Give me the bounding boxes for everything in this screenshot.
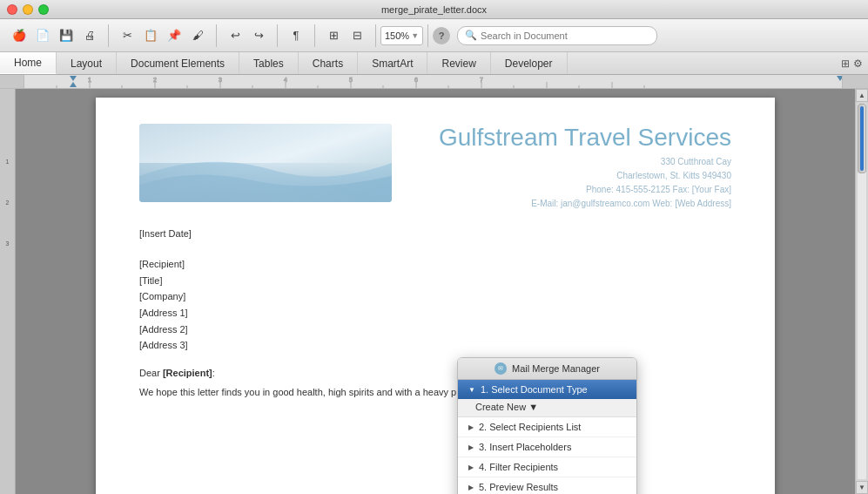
salutation-post: : (212, 368, 215, 378)
scrollbar-vertical: ▲ ▼ (855, 89, 868, 494)
svg-rect-26 (139, 124, 392, 202)
scroll-up-button[interactable]: ▲ (856, 89, 868, 102)
print-button[interactable]: 🖨 (78, 24, 101, 47)
page-indicator: 1 2 3 (0, 159, 15, 247)
toolbar-group-edit: ✂ 📋 📌 🖌 (113, 24, 212, 47)
merge-step5-label: 5. Preview Results (479, 482, 558, 492)
nav-tabs-extras: ⊞ ⚙ (836, 52, 868, 74)
toolbar-group-undo: ↩ ↪ (221, 24, 273, 47)
toolbar-group-file: 🍎 📄 💾 🖨 (5, 24, 104, 47)
page-mark-2: 2 (6, 200, 10, 206)
view-button[interactable]: ⊞ (322, 24, 345, 47)
document-area: Gulfstream Travel Services 330 Cutthroat… (16, 89, 855, 494)
salutation: Dear [Recipient]: (139, 368, 731, 378)
window-controls[interactable] (7, 4, 49, 15)
tab-charts[interactable]: Charts (299, 52, 358, 74)
recipient-block: [Recipient] [Title] [Company] [Address 1… (139, 256, 731, 354)
merge-step5[interactable]: 5. Preview Results (458, 477, 636, 494)
salutation-name: [Recipient] (163, 368, 212, 378)
company-name: Gulfstream Travel Services (439, 124, 731, 152)
tab-review[interactable]: Review (427, 52, 490, 74)
maximize-button[interactable] (38, 4, 49, 15)
search-input[interactable] (481, 30, 649, 41)
merge-step3[interactable]: 3. Insert Placeholders (458, 437, 636, 457)
toolbar-separator-4 (314, 24, 315, 47)
minimize-button[interactable] (23, 4, 33, 15)
merge-step2[interactable]: 2. Select Recipients List (458, 417, 636, 437)
settings-icon[interactable]: ⚙ (853, 58, 863, 70)
toolbar-separator-2 (216, 24, 217, 47)
recipient-address3: [Address 3] (139, 337, 731, 354)
ruler: 1 2 3 4 5 6 7 (0, 75, 868, 89)
svg-text:5: 5 (349, 77, 353, 83)
phone-fax: Phone: 415-555-2125 Fax: [Your Fax] (439, 183, 731, 197)
company-logo (139, 124, 392, 202)
merge-step1-label: 1. Select Document Type (481, 384, 588, 395)
help-button[interactable]: ? (433, 27, 450, 44)
merge-icon: ✉ (495, 362, 507, 375)
new-doc-button[interactable]: 📄 (31, 24, 54, 47)
toolbar-search-area: 🔍 (457, 26, 657, 45)
tab-smartart[interactable]: SmartArt (358, 52, 427, 74)
merge-step4[interactable]: 4. Filter Recipients (458, 457, 636, 477)
paste-button[interactable]: 📌 (163, 24, 185, 47)
recipient-title: [Title] (139, 273, 731, 289)
merge-step1[interactable]: 1. Select Document Type (458, 380, 636, 399)
svg-text:1: 1 (88, 77, 91, 83)
new-button[interactable]: 🍎 (8, 24, 30, 47)
nav-tabs: Home Layout Document Elements Tables Cha… (0, 52, 868, 75)
cut-button[interactable]: ✂ (116, 24, 138, 47)
page-mark-1: 1 (6, 159, 10, 165)
recipient-address1: [Address 1] (139, 305, 731, 321)
company-details: 330 Cutthroat Cay Charlestown, St. Kitts… (439, 155, 731, 211)
main-area: 1 2 3 (0, 89, 868, 494)
insert-date: [Insert Date] (139, 228, 731, 239)
scroll-track[interactable] (858, 104, 866, 479)
tab-document-elements[interactable]: Document Elements (117, 52, 239, 74)
tab-home[interactable]: Home (0, 52, 57, 74)
tab-developer[interactable]: Developer (491, 52, 568, 74)
letterhead: Gulfstream Travel Services 330 Cutthroat… (139, 124, 731, 211)
merge-step2-label: 2. Select Recipients List (479, 422, 581, 432)
format-button[interactable]: 🖌 (186, 24, 209, 47)
company-info: Gulfstream Travel Services 330 Cutthroat… (439, 124, 731, 211)
create-new-label: Create New ▼ (475, 402, 538, 412)
zoom-control[interactable]: 150% ▼ (380, 26, 423, 45)
undo-button[interactable]: ↩ (224, 24, 246, 47)
zoom-value: 150% (385, 30, 409, 41)
email-web: E-Mail: jan@gulfstreamco.com Web: [Web A… (439, 197, 731, 211)
document-body: [Insert Date] [Recipient] [Title] [Compa… (139, 228, 731, 400)
toolbar-group-view: ⊞ ⊟ (320, 24, 371, 47)
search-icon: 🔍 (465, 30, 477, 41)
redo-button[interactable]: ↪ (247, 24, 270, 47)
mail-merge-manager: ✉ Mail Merge Manager 1. Select Document … (457, 357, 637, 494)
save-button[interactable]: 💾 (55, 24, 77, 47)
scroll-down-button[interactable]: ▼ (856, 481, 868, 494)
scroll-thumb-inner (860, 106, 864, 171)
expand-icon[interactable]: ⊞ (841, 58, 850, 70)
merge-create-new[interactable]: Create New ▼ (458, 399, 636, 417)
recipient-company: [Company] (139, 288, 731, 305)
ruler-body: 1 2 3 4 5 6 7 (24, 75, 868, 88)
scroll-thumb[interactable] (858, 104, 866, 173)
ruler-left-margin (0, 75, 24, 88)
merge-title-bar: ✉ Mail Merge Manager (458, 358, 636, 380)
recipient-name: [Recipient] (139, 256, 731, 273)
copy-button[interactable]: 📋 (139, 24, 162, 47)
tab-tables[interactable]: Tables (239, 52, 299, 74)
toolbar-separator-1 (108, 24, 109, 47)
svg-text:6: 6 (414, 77, 418, 83)
recipient-address2: [Address 2] (139, 321, 731, 338)
page-mark-3: 3 (6, 240, 10, 247)
sidebar-button[interactable]: ⊟ (346, 24, 368, 47)
salutation-pre: Dear (139, 368, 163, 378)
toolbar-group-format: ¶ (282, 24, 310, 47)
svg-text:2: 2 (153, 77, 157, 83)
close-button[interactable] (7, 4, 17, 15)
document-page[interactable]: Gulfstream Travel Services 330 Cutthroat… (96, 98, 775, 494)
svg-text:3: 3 (219, 77, 222, 83)
tab-layout[interactable]: Layout (57, 52, 117, 74)
svg-text:7: 7 (480, 77, 483, 83)
pilcrow-button[interactable]: ¶ (285, 24, 307, 47)
document-title: merge_pirate_letter.docx (381, 4, 487, 15)
